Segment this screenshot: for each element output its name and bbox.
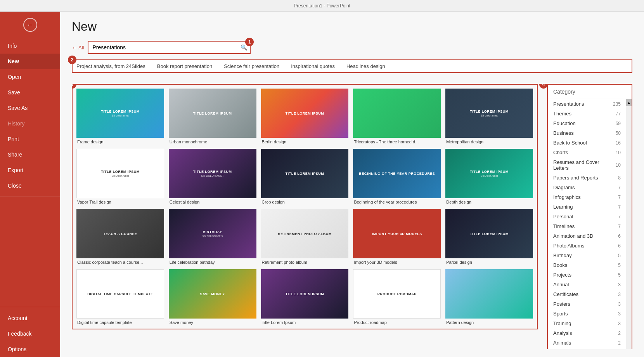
category-count-5: 10: [616, 150, 621, 155]
suggested-item-4[interactable]: Headlines design: [346, 63, 385, 69]
template-item-birthday[interactable]: Birthdayspecial momentsLife celebration …: [169, 209, 256, 265]
search-input[interactable]: [88, 42, 250, 53]
category-count-18: 3: [618, 282, 621, 287]
category-row-16[interactable]: Books5: [548, 260, 626, 270]
template-label-import3d: Import your 3D models: [353, 260, 441, 265]
category-row-21[interactable]: Sports3: [548, 309, 626, 319]
template-item-title2[interactable]: Title Lorem IpsumTitle Lorem Ipsum: [261, 269, 349, 325]
category-name-15: Birthday: [553, 253, 572, 258]
badge-2: 2: [68, 56, 76, 64]
template-item-triceratops[interactable]: Triceratops - The three horned d...: [353, 89, 441, 144]
category-count-0: 235: [613, 101, 621, 107]
category-row-9[interactable]: Infographics7: [548, 192, 626, 202]
sidebar-item-feedback[interactable]: Feedback: [0, 326, 60, 341]
category-row-6[interactable]: Resumes and Cover Letters10: [548, 157, 626, 173]
template-item-frame[interactable]: Title Lorem IpsumSit dolor ametFrame des…: [76, 89, 164, 144]
sidebar-item-save[interactable]: Save: [0, 85, 60, 100]
template-item-beginning[interactable]: Beginning of the Year ProceduresBeginnin…: [353, 149, 441, 204]
suggested-item-2[interactable]: Science fair presentation: [224, 63, 279, 69]
category-name-22: Training: [553, 320, 571, 326]
sidebar-divider: [0, 197, 60, 197]
category-row-5[interactable]: Charts10: [548, 148, 626, 157]
category-row-10[interactable]: Learning7: [548, 202, 626, 212]
category-row-24[interactable]: Animals2: [548, 338, 626, 348]
template-item-urban[interactable]: Title Lorem IpsumUrban monochrome: [169, 89, 256, 144]
template-item-parcel[interactable]: TITLE LOREM IPSUMParcel design: [445, 209, 533, 265]
category-count-8: 7: [618, 185, 621, 190]
template-label-capsule: Digital time capsule template: [76, 320, 164, 325]
suggested-item-0[interactable]: Project analysis, from 24Slides: [76, 63, 145, 69]
sidebar-item-account[interactable]: Account: [0, 310, 60, 326]
category-count-9: 7: [618, 195, 621, 200]
template-item-capsule[interactable]: Digital time capsule templateDigital tim…: [76, 269, 164, 325]
category-row-7[interactable]: Papers and Reports8: [548, 173, 626, 183]
template-item-celestial[interactable]: TITLE LOREM IPSUMSIT DOLOR AMETCelestial…: [169, 149, 256, 204]
category-row-8[interactable]: Diagrams7: [548, 183, 626, 192]
category-row-18[interactable]: Annual3: [548, 280, 626, 289]
category-name-4: Back to School: [553, 140, 587, 146]
template-label-roadmap: Product roadmap: [353, 320, 441, 325]
template-label-beginning: Beginning of the year procedures: [353, 200, 441, 204]
page-title: New: [72, 19, 632, 34]
sidebar-item-share[interactable]: Share: [0, 147, 60, 162]
sidebar-item-options[interactable]: Options: [0, 341, 60, 357]
template-label-savemoney: Save money: [169, 320, 256, 325]
all-label: All: [78, 45, 84, 51]
category-row-2[interactable]: Education59: [548, 118, 626, 128]
category-name-7: Papers and Reports: [553, 175, 598, 181]
category-row-4[interactable]: Back to School16: [548, 138, 626, 148]
category-row-12[interactable]: Timelines7: [548, 221, 626, 231]
category-row-25[interactable]: Arts2: [548, 348, 626, 349]
sidebar-item-export[interactable]: Export: [0, 162, 60, 178]
template-item-metro[interactable]: Title Lorem IpsumSit dolor ametMetropoli…: [445, 89, 533, 144]
template-item-savemoney[interactable]: SAVE MONEYSave money: [169, 269, 256, 325]
category-row-19[interactable]: Certificates3: [548, 289, 626, 299]
template-item-crop[interactable]: TITLE LOREM IPSUMCrop design: [261, 149, 349, 204]
title-bar-text: Presentation1 - PowerPoint: [294, 3, 350, 9]
sidebar-item-open[interactable]: Open: [0, 69, 60, 85]
scroll-up-btn[interactable]: ▲: [626, 99, 632, 106]
category-name-5: Charts: [553, 150, 568, 155]
sidebar-item-print[interactable]: Print: [0, 131, 60, 147]
category-section: 4 Category Presentations235Themes77Educa…: [543, 84, 632, 349]
sidebar-item-save-as[interactable]: Save As: [0, 100, 60, 116]
category-row-20[interactable]: Posters3: [548, 299, 626, 309]
category-name-11: Personal: [553, 214, 573, 219]
category-row-22[interactable]: Training3: [548, 319, 626, 328]
sidebar-item-info[interactable]: Info: [0, 38, 60, 54]
category-row-1[interactable]: Themes77: [548, 109, 626, 118]
back-button[interactable]: ←: [0, 12, 60, 38]
category-count-6: 10: [616, 162, 621, 168]
all-link[interactable]: ← All: [72, 45, 84, 51]
category-name-20: Posters: [553, 301, 570, 307]
category-row-3[interactable]: Business50: [548, 128, 626, 138]
sidebar-item-new[interactable]: New: [0, 54, 60, 69]
category-name-10: Learning: [553, 204, 573, 210]
template-item-vapor[interactable]: TITLE LOREM IPSUMSit Dolor AmetVapor Tra…: [76, 149, 164, 204]
category-row-0[interactable]: Presentations235: [548, 99, 626, 109]
category-row-14[interactable]: Photo Albums6: [548, 241, 626, 251]
template-item-depth[interactable]: Title Lorem IpsumSit Dolor AmetDepth des…: [445, 149, 533, 204]
suggested-item-1[interactable]: Book report presentation: [157, 63, 212, 69]
template-item-pattern[interactable]: Pattern design: [445, 269, 533, 325]
suggested-item-3[interactable]: Inspirational quotes: [291, 63, 335, 69]
category-name-14: Photo Albums: [553, 243, 584, 249]
category-count-15: 5: [618, 253, 621, 258]
category-count-22: 3: [618, 321, 621, 326]
template-item-retirement[interactable]: RETIREMENT PHOTO ALBUMRetirement photo a…: [261, 209, 349, 265]
category-row-23[interactable]: Analysis2: [548, 328, 626, 338]
category-row-17[interactable]: Projects5: [548, 270, 626, 280]
template-label-parcel: Parcel design: [445, 260, 533, 265]
title-bar: Presentation1 - PowerPoint: [0, 0, 644, 12]
sidebar-item-close[interactable]: Close: [0, 178, 60, 193]
category-row-15[interactable]: Birthday5: [548, 251, 626, 260]
template-item-roadmap[interactable]: PRODUCT ROADMAPProduct roadmap: [353, 269, 441, 325]
category-row-11[interactable]: Personal7: [548, 212, 626, 221]
category-count-4: 16: [616, 140, 621, 146]
template-item-teach[interactable]: Teach a CourseClassic corporate teach a …: [76, 209, 164, 265]
template-item-import3d[interactable]: IMPORT YOUR 3D MODELSImport your 3D mode…: [353, 209, 441, 265]
category-name-9: Infographics: [553, 194, 581, 200]
template-item-berlin[interactable]: Title Lorem IpsumBerlin design: [261, 89, 349, 144]
category-row-13[interactable]: Animation and 3D6: [548, 231, 626, 241]
template-label-urban: Urban monochrome: [169, 139, 256, 144]
